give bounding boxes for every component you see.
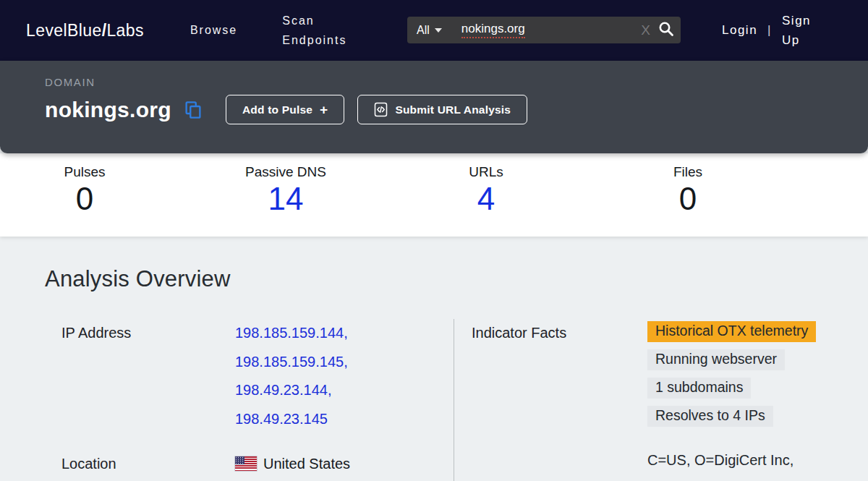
stat-label: Files [608,164,767,180]
ip-link[interactable]: 198.49.23.145 [235,405,348,434]
ip-link[interactable]: 198.49.23.144, [235,376,348,405]
analysis-right-column: Indicator Facts Historical OTX telemetry… [454,319,868,481]
search-bar: All nokings.org X [407,17,681,43]
add-to-pulse-label: Add to Pulse [242,103,312,116]
clear-search-icon[interactable]: X [638,22,653,38]
levelblue-labs-logo[interactable]: LevelBlue/Labs [26,21,144,41]
copy-icon[interactable] [182,99,204,124]
analysis-overview-section: Analysis Overview IP Address 198.185.159… [0,237,868,481]
logo-suffix: Labs [106,21,143,40]
stat-value: 0 [608,181,767,218]
stats-bar: Pulses 0 Passive DNS 14 URLs 4 Files 0 [0,153,868,237]
auth-separator: | [767,23,772,38]
indicator-facts-row: Indicator Facts Historical OTX telemetry… [472,319,868,427]
stat-passive-dns[interactable]: Passive DNS 14 [206,164,365,218]
fact-badge: Running webserver [647,349,785,370]
ip-address-list: 198.185.159.144, 198.185.159.145, 198.49… [235,319,348,433]
stat-value: 14 [206,181,365,218]
ip-link[interactable]: 198.185.159.145, [235,348,348,377]
code-file-icon [374,102,395,117]
ip-address-row: IP Address 198.185.159.144, 198.185.159.… [61,319,454,433]
search-filter-dropdown[interactable]: All [417,24,442,37]
search-icon [658,20,675,41]
domain-header: DOMAIN nokings.org Add to Pulse + Submit… [0,61,868,153]
submit-url-analysis-label: Submit URL Analysis [395,103,511,116]
page-title: Analysis Overview [45,266,868,292]
chevron-down-icon [435,28,442,33]
ip-link[interactable]: 198.185.159.144, [235,319,348,348]
stat-label: Passive DNS [206,164,365,180]
stat-pulses[interactable]: Pulses 0 [5,164,164,218]
location-value: United States [263,450,350,477]
logo-prefix: LevelBlue [26,21,102,40]
stat-value: 0 [5,181,164,218]
nav-browse[interactable]: Browse [190,24,237,37]
stat-label: URLs [407,164,566,180]
stat-label: Pulses [5,164,164,180]
nav-scan-endpoints[interactable]: Scan Endpoints [282,11,366,50]
auth-links: Login | Sign Up [722,0,818,61]
fact-badge: Historical OTX telemetry [647,321,816,342]
analysis-left-column: IP Address 198.185.159.144, 198.185.159.… [0,319,454,481]
fact-badge: 1 subdomains [647,378,751,399]
login-link[interactable]: Login [722,23,757,38]
top-navbar: LevelBlue/Labs Browse Scan Endpoints All… [0,0,868,61]
ip-address-label: IP Address [61,319,235,346]
location-row: Location United States [61,450,454,477]
stat-value: 4 [407,181,566,218]
stat-files[interactable]: Files 0 [608,164,767,218]
add-to-pulse-button[interactable]: Add to Pulse + [226,95,344,124]
search-input[interactable]: nokings.org [461,22,525,38]
indicator-facts-label: Indicator Facts [472,319,647,346]
search-filter-value: All [417,24,430,37]
fact-badge: Resolves to 4 IPs [647,406,773,427]
certificate-row: C=US, O=DigiCert Inc, [472,449,868,471]
us-flag-icon [235,456,257,471]
location-label: Location [61,450,235,477]
domain-title: nokings.org [45,98,171,122]
plus-icon: + [320,102,328,118]
certificate-value: C=US, O=DigiCert Inc, [647,449,793,471]
indicator-type-label: DOMAIN [45,76,868,88]
submit-url-analysis-button[interactable]: Submit URL Analysis [357,95,527,124]
indicator-facts-list: Historical OTX telemetry Running webserv… [647,319,816,427]
stat-urls[interactable]: URLs 4 [407,164,566,218]
search-button[interactable] [658,20,675,41]
signup-link[interactable]: Sign Up [782,11,818,50]
